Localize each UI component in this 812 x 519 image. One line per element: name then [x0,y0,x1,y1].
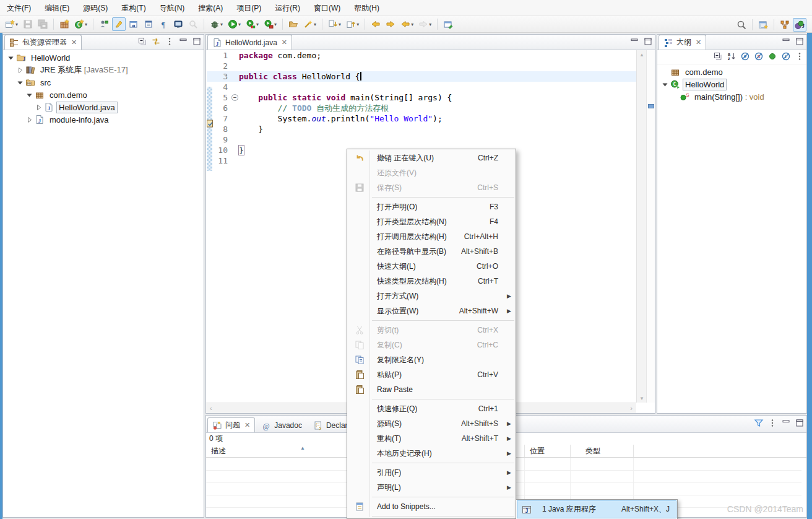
tree-item[interactable]: src [3,76,204,89]
menu-item-7[interactable]: 打开调用层次结构(H)Ctrl+Alt+H [348,229,515,244]
menu-item-6[interactable]: 打开类型层次结构(N)F4 [348,214,515,229]
tab-helloworld-java[interactable]: J HelloWorld.java ✕ [207,35,292,50]
menu-item-9[interactable]: 快速大纲(L)Ctrl+O [348,259,515,274]
close-icon[interactable]: ✕ [282,38,287,46]
dropdown-arrow-icon[interactable]: ▾ [256,22,259,27]
outline-hide-local-types-button[interactable]: L [781,51,791,61]
menu-item-18[interactable]: Raw Paste [348,382,515,397]
outline-sort-alpha-button[interactable]: az [727,51,736,61]
menu-item-25[interactable]: 引用(F)▶ [348,465,515,480]
dropdown-arrow-icon[interactable]: ▾ [220,22,223,27]
tree-item[interactable]: JRE 系统库 [JavaSE-17] [3,64,204,76]
menubar-item-5[interactable]: 导航(N) [153,1,192,15]
problems-maximize-button[interactable] [795,418,805,428]
dropdown-arrow-icon[interactable]: ▾ [429,22,431,27]
show-source-button[interactable] [127,17,140,31]
outline-collapse-all-button[interactable] [713,51,723,61]
dropdown-arrow-icon[interactable]: ▾ [238,22,241,27]
save-all-button[interactable] [36,17,50,31]
dropdown-arrow-icon[interactable]: ▾ [274,22,277,27]
toolbar-search-button[interactable] [735,18,748,32]
menu-item-14[interactable]: 剪切(t)Ctrl+X [348,323,515,338]
dropdown-arrow-icon[interactable]: ▾ [411,22,413,27]
run-button[interactable]: ▾ [226,17,243,31]
tree-item[interactable]: Jmodule-info.java [3,113,204,126]
tree-item[interactable]: CHelloWorld [657,78,806,90]
menubar-item-4[interactable]: 重构(T) [114,1,152,15]
tree-item[interactable]: JHelloWorld.java [3,101,204,113]
expand-arrow-icon[interactable] [16,67,24,74]
collapse-arrow-icon[interactable] [16,79,24,86]
scroll-down-icon[interactable]: ▾ [637,395,647,401]
menu-item-23[interactable]: 本地历史记录(H)▶ [348,446,515,461]
menu-item-22[interactable]: 重构(T)Alt+Shift+T▶ [348,431,515,446]
column-header[interactable]: 描述 [211,446,226,456]
external-tools-button[interactable]: ▾ [301,17,318,31]
outline-minimize-button[interactable] [781,37,791,46]
show-whitespace-button[interactable]: ¶ [157,17,170,31]
menubar-item-7[interactable]: 项目(P) [230,1,268,15]
menu-item-10[interactable]: 快速类型层次结构(H)Ctrl+T [348,274,515,289]
close-icon[interactable]: ✕ [71,38,77,46]
menubar-item-9[interactable]: 窗口(W) [307,1,347,15]
dropdown-arrow-icon[interactable]: ▾ [85,22,87,27]
expand-arrow-icon[interactable] [35,104,42,111]
pkg-maximize-button[interactable] [192,37,202,46]
new-button[interactable]: ▾ [3,17,20,31]
forward-button[interactable]: ▾ [417,17,433,31]
open-resource-button[interactable] [287,17,300,31]
task-overview-marker[interactable] [648,104,654,108]
menu-item-1[interactable]: 撤销 正在键入(U)Ctrl+Z [348,150,515,165]
menu-item-12[interactable]: 显示位置(W)Alt+Shift+W▶ [348,303,515,318]
menu-item-11[interactable]: 打开方式(W)▶ [348,289,515,303]
problems-view-menu-button[interactable] [767,418,777,428]
outline-hide-static-button[interactable]: S [754,51,764,61]
problems-filter-button[interactable] [754,418,764,428]
outline-hide-fields-button[interactable] [740,51,750,61]
menu-item-16[interactable]: 复制限定名(Y) [348,352,515,367]
debug-button[interactable]: ▾ [208,17,225,31]
submenu-item-1[interactable]: J1 Java 应用程序Alt+Shift+X、J [517,500,676,518]
tab-javadoc[interactable]: @Javadoc [256,417,307,432]
dropdown-arrow-icon[interactable]: ▾ [356,22,359,27]
pkg-minimize-button[interactable] [178,37,188,46]
tree-item[interactable]: com.demo [3,89,204,101]
save-button[interactable] [21,17,35,31]
close-icon[interactable]: ✕ [244,421,250,429]
menu-item-15[interactable]: 复制(C)Ctrl+C [348,338,515,352]
mark-occurrences-button[interactable] [112,17,126,31]
menu-item-21[interactable]: 源码(S)Alt+Shift+S▶ [348,416,515,431]
menubar-item-10[interactable]: 帮助(H) [347,1,386,15]
menu-item-8[interactable]: 在路径导航中显示(B)Alt+Shift+B [348,244,515,259]
column-header[interactable]: 类型 [585,446,600,456]
expand-arrow-icon[interactable] [25,116,33,123]
outline-maximize-button[interactable] [795,37,805,46]
tab-outline[interactable]: 大纲 ✕ [659,35,706,50]
last-edit-location-button[interactable] [369,17,382,31]
open-perspective-button[interactable] [756,18,770,32]
next-edit-location-button[interactable] [384,17,397,31]
next-annotation-button[interactable]: ▾ [326,17,343,31]
previous-annotation-button[interactable]: ▾ [344,17,361,31]
menubar-item-8[interactable]: 运行(R) [268,1,307,15]
open-new-window-button[interactable] [441,17,455,31]
new-java-package-button[interactable] [58,17,71,31]
open-task-button[interactable] [97,17,111,31]
collapse-arrow-icon[interactable] [25,92,33,98]
outline-view-menu-button[interactable] [795,51,805,61]
open-console-button[interactable] [171,17,185,31]
java-browsing-perspective-button[interactable] [778,18,792,32]
pkg-link-with-editor-button[interactable] [151,37,161,46]
scroll-up-icon[interactable]: ▴ [637,51,647,58]
menubar-item-1[interactable]: 文件(F) [0,1,38,15]
tree-item[interactable]: com.demo [657,66,806,78]
editor-vertical-scrollbar[interactable]: ▴ ▾ [636,50,647,403]
menubar-item-6[interactable]: 搜索(A) [191,1,230,15]
close-icon[interactable]: ✕ [696,38,701,46]
pkg-view-menu-button[interactable] [165,37,175,46]
dropdown-arrow-icon[interactable]: ▾ [314,22,316,27]
menu-item-28[interactable]: Add to Snippets... [348,499,515,514]
editor-maximize-button[interactable] [643,37,653,46]
show-selected-element-button[interactable] [142,17,155,31]
tab-problems[interactable]: 问题✕ [207,417,255,432]
